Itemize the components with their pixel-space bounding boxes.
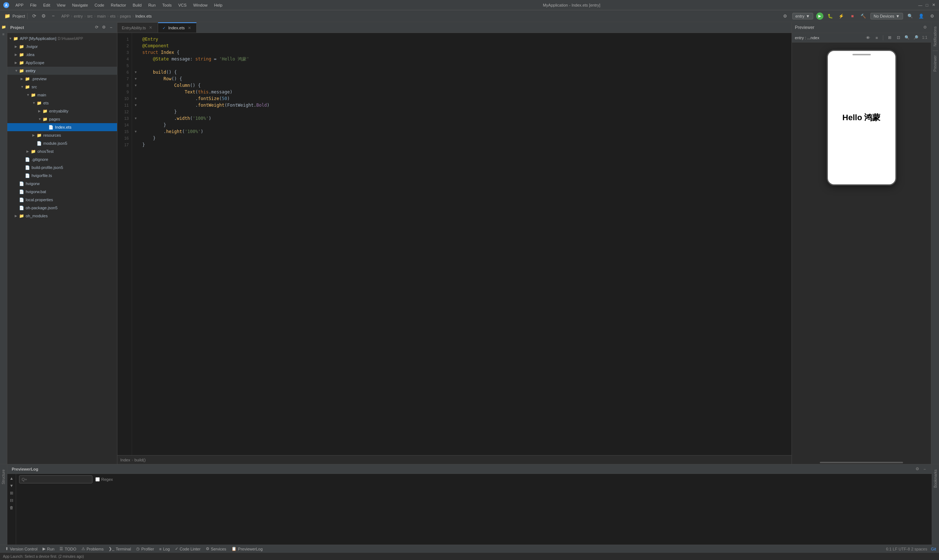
breadcrumb-ets[interactable]: ets [110, 14, 116, 18]
menu-build[interactable]: Build [130, 2, 145, 8]
previewer-layers-btn[interactable]: ≡ [873, 34, 880, 41]
activity-structure[interactable]: ≡ [0, 31, 7, 37]
log-main-area[interactable]: Regex [16, 474, 932, 545]
fold-10-icon[interactable]: ▼ [134, 97, 137, 100]
breadcrumb-file[interactable]: Index.ets [135, 14, 152, 18]
editor-bc-build[interactable]: build() [135, 458, 146, 462]
tree-item-root[interactable]: ▼ 📁 APP [MyApplication] D:\Huawei\APP [7, 34, 117, 43]
previewer-grid-btn[interactable]: ⊞ [886, 34, 893, 41]
activity-project[interactable]: 📁 [0, 23, 7, 30]
log-trash-btn[interactable]: 🗑 [9, 505, 15, 511]
breadcrumb-pages[interactable]: pages [120, 14, 131, 18]
panel-collapse-btn[interactable]: − [108, 25, 114, 31]
tree-item-gitignore-entry[interactable]: ▶ 📄 .gitignore [7, 155, 117, 163]
tree-item-module-json5[interactable]: ▶ 📄 module.json5 [7, 139, 117, 147]
log-regex-checkbox[interactable] [96, 477, 100, 482]
settings-toolbar-icon[interactable]: ⚙ [928, 12, 936, 20]
menu-window[interactable]: Window [190, 2, 211, 8]
menu-view[interactable]: View [54, 2, 69, 8]
log-close-btn[interactable]: − [922, 466, 927, 472]
search-toolbar-icon[interactable]: 🔍 [906, 12, 914, 20]
tree-item-local-props[interactable]: ▶ 📄 local.properties [7, 196, 117, 204]
structure-tab[interactable]: Structure [1, 467, 6, 487]
notifications-tab[interactable]: Notifications [933, 23, 938, 49]
build-icon[interactable]: 🔨 [859, 12, 868, 20]
breadcrumb-app[interactable]: APP [61, 14, 69, 18]
tree-item-oh-modules[interactable]: ▶ 📁 oh_modules [7, 212, 117, 220]
previewer-tab[interactable]: Previewer [933, 52, 938, 74]
tab-entryability-close[interactable]: ✕ [148, 25, 153, 31]
previewer-zoomout-btn[interactable]: 🔎 [913, 34, 919, 41]
attach-icon[interactable]: ⚡ [837, 12, 845, 20]
statusbar-log[interactable]: ≡ Log [157, 545, 172, 553]
tree-item-entry[interactable]: ▼ 📁 entry [7, 67, 117, 75]
statusbar-profiler[interactable]: ◷ Profiler [134, 545, 156, 553]
tree-item-preview[interactable]: ▶ 📁 .preview [7, 75, 117, 83]
project-tree[interactable]: ▼ 📁 APP [MyApplication] D:\Huawei\APP ▶ … [7, 33, 117, 464]
tree-item-index-ets[interactable]: ▶ 📄 Index.ets [7, 123, 117, 131]
menu-tools[interactable]: Tools [159, 2, 174, 8]
settings-gear-icon[interactable]: ⚙ [781, 12, 789, 20]
statusbar-run[interactable]: ▶ Run [40, 545, 57, 553]
previewer-crop-btn[interactable]: ⊡ [895, 34, 902, 41]
tree-item-hvigorfile-entry[interactable]: ▶ 📄 hvigorfile.ts [7, 172, 117, 180]
log-up-btn[interactable]: ▲ [9, 475, 15, 481]
breadcrumb-main[interactable]: main [97, 14, 106, 18]
tree-item-pages[interactable]: ▼ 📁 pages [7, 115, 117, 123]
user-icon[interactable]: 👤 [917, 12, 925, 20]
minimize-button[interactable]: — [918, 3, 923, 8]
entry-dropdown[interactable]: entry▼ [792, 13, 813, 19]
tree-item-ets[interactable]: ▼ 📁 ets [7, 99, 117, 107]
menu-help[interactable]: Help [211, 2, 225, 8]
breadcrumb-src[interactable]: src [87, 14, 93, 18]
previewer-zoomin-btn[interactable]: 🔍 [904, 34, 910, 41]
previewer-scrollbar-thumb[interactable] [820, 462, 903, 463]
collapse-btn[interactable]: − [49, 12, 58, 20]
tree-item-src[interactable]: ▼ 📁 src [7, 83, 117, 91]
log-search-input[interactable] [19, 475, 93, 483]
fold-6-icon[interactable]: ▼ [134, 70, 137, 74]
tab-entryability[interactable]: EntryAbility.ts ✕ [117, 22, 158, 32]
tree-item-appscope[interactable]: ▶ 📁 AppScope [7, 58, 117, 67]
breadcrumb-entry[interactable]: entry [74, 14, 83, 18]
panel-settings-btn[interactable]: ⚙ [101, 25, 107, 31]
device-dropdown[interactable]: No Devices▼ [870, 13, 903, 19]
previewer-scrollbar[interactable] [792, 461, 931, 464]
editor-bc-index[interactable]: Index [120, 458, 130, 462]
tree-item-resources[interactable]: ▶ 📁 resources [7, 131, 117, 139]
menu-file[interactable]: File [27, 2, 40, 8]
fold-8-icon[interactable]: ▼ [134, 83, 137, 87]
settings-btn[interactable]: ⚙ [39, 12, 48, 20]
previewer-settings-btn[interactable]: ⚙ [922, 25, 928, 31]
statusbar-versioncontrol[interactable]: ⬆ Version Control [3, 545, 40, 553]
log-collapse-btn[interactable]: ⊟ [9, 497, 15, 503]
fold-11-icon[interactable]: ▼ [134, 103, 137, 107]
close-button[interactable]: ✕ [931, 3, 936, 8]
statusbar-codelinter[interactable]: ✓ Code Linter [173, 545, 203, 553]
log-down-btn[interactable]: ▼ [9, 483, 15, 489]
code-content[interactable]: @Entry @Component struct Index { @State … [139, 33, 791, 455]
tab-index-ets[interactable]: ✓ Index.ets ✕ [158, 22, 197, 32]
fold-7-icon[interactable]: ▼ [134, 77, 137, 81]
menu-navigate[interactable]: Navigate [69, 2, 91, 8]
fold-13-icon[interactable]: ▼ [134, 117, 137, 120]
fold-15-icon[interactable]: ▼ [134, 130, 137, 134]
maximize-button[interactable]: □ [924, 3, 930, 8]
tree-item-oh-package[interactable]: ▶ 📄 oh-package.json5 [7, 204, 117, 212]
previewer-eye-btn[interactable]: 👁 [865, 34, 871, 41]
statusbar-terminal[interactable]: ❯_ Terminal [106, 545, 133, 553]
tree-item-ohostest[interactable]: ▶ 📁 ohosTest [7, 147, 117, 155]
tree-item-hvigorw[interactable]: ▶ 📄 hvigorw [7, 180, 117, 188]
tree-item-idea[interactable]: ▶ 📁 .idea [7, 51, 117, 58]
menu-app[interactable]: APP [12, 2, 26, 8]
run-button[interactable]: ▶ [816, 12, 823, 20]
statusbar-previewerlog[interactable]: 📋 PreviewerLog [229, 545, 265, 553]
menu-edit[interactable]: Edit [40, 2, 53, 8]
statusbar-services[interactable]: ⚙ Services [204, 545, 228, 553]
log-settings-btn[interactable]: ⚙ [915, 466, 920, 472]
menu-run[interactable]: Run [145, 2, 159, 8]
menu-vcs[interactable]: VCS [175, 2, 190, 8]
tab-index-ets-close[interactable]: ✕ [187, 25, 192, 31]
tree-item-main[interactable]: ▼ 📁 main [7, 91, 117, 99]
menu-refactor[interactable]: Refactor [108, 2, 129, 8]
